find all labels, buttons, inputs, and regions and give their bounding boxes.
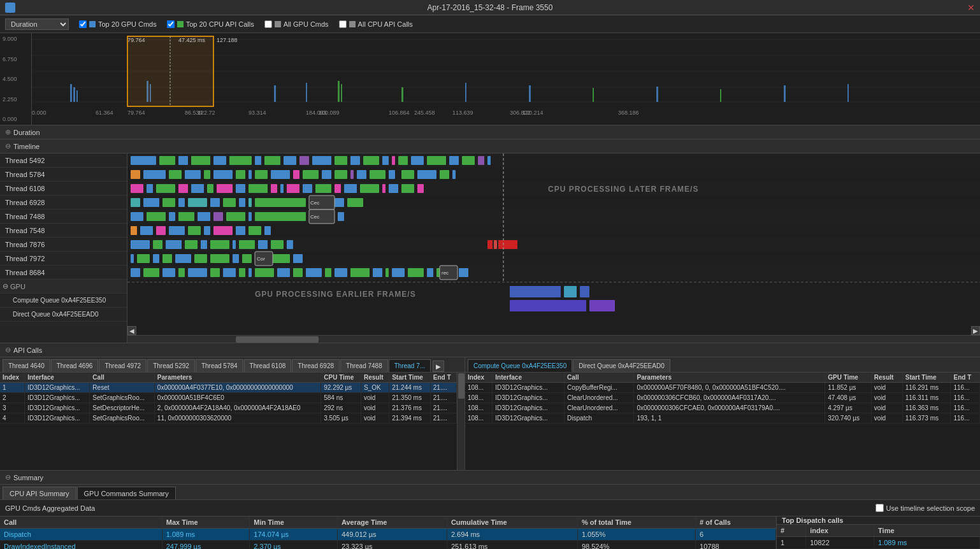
svg-rect-198 (335, 268, 347, 277)
gpu-row-4-interface[interactable]: ID3D12Graphics... (493, 413, 565, 424)
svg-rect-90 (389, 170, 395, 179)
thread-row-5784[interactable]: Thread 5784 (0, 168, 127, 182)
thread-row-8684[interactable]: Thread 8684 (0, 266, 127, 280)
timeline-scroll-left[interactable]: ◀ (127, 326, 136, 335)
svg-rect-102 (236, 184, 245, 193)
filter-all-gpu-checkbox[interactable] (264, 20, 272, 28)
api-calls-header[interactable]: ⊖ API Calls (0, 343, 980, 357)
api-row-2-interface[interactable]: ID3D12Graphics... (25, 393, 90, 403)
api-row-3[interactable]: 3 ID3D12Graphics... SetDescriptorHe... 2… (0, 403, 457, 413)
thread-row-7972[interactable]: Thread 7972 (0, 252, 127, 266)
thread-row-7876[interactable]: Thread 7876 (0, 238, 127, 252)
td-col-time: Time (874, 525, 980, 537)
tab-gpu-commands-summary[interactable]: GPU Commands Summary (77, 487, 176, 499)
gpu-row-4[interactable]: 108... ID3D12Graphics... Dispatch 193, 1… (465, 413, 980, 424)
gpu-row-2-interface[interactable]: ID3D12Graphics... (493, 393, 565, 403)
svg-rect-74 (143, 170, 166, 179)
gpu-row-4-gpu-time: 320.740 µs (825, 413, 872, 424)
tab-thread-5292[interactable]: Thread 5292 (147, 359, 195, 372)
cpu-api-scrollbar-thumb[interactable] (458, 373, 465, 399)
api-row-2[interactable]: 2 ID3D12Graphics... SetGraphicsRoo... 0x… (0, 393, 457, 403)
gpu-row-2-start: 116.311 ms (902, 393, 951, 403)
api-row-4-interface[interactable]: ID3D12Graphics... (25, 413, 90, 424)
sum-row-dispatch[interactable]: Dispatch 1.089 ms 174.074 µs 449.012 µs … (0, 529, 776, 541)
svg-text:79.764: 79.764 (127, 37, 145, 43)
gpu-row-1[interactable]: 108... ID3D12Graphics... CopyBufferRegi.… (465, 383, 980, 393)
tab-thread-5784[interactable]: Thread 5784 (196, 359, 243, 372)
api-row-1-interface[interactable]: ID3D12Graphics... (25, 383, 90, 393)
top-dispatch-table-scroll[interactable]: # index Time 1 10822 1.089 ms (777, 525, 980, 549)
timeline-scroll-right[interactable]: ▶ (971, 326, 980, 335)
timeline-scope-checkbox-area[interactable]: Use timeline selection scope (876, 504, 975, 512)
sum-row-drawindexed[interactable]: DrawIndexedInstanced 247.999 µs 2.370 µs… (0, 541, 776, 550)
thread-row-5492[interactable]: Thread 5492 (0, 153, 127, 168)
thread-row-6928[interactable]: Thread 6928 (0, 196, 127, 210)
summary-toolbar: GPU Cmds Aggregated Data Use timeline se… (0, 500, 980, 517)
summary-table-scroll[interactable]: Call Max Time Min Time Average Time Cumu… (0, 517, 776, 549)
filter-top-gpu-cmds[interactable]: Top 20 GPU Cmds (79, 20, 157, 28)
svg-rect-202 (392, 268, 405, 277)
timeline-scrollbar-thumb[interactable] (236, 336, 319, 343)
svg-rect-177 (233, 254, 239, 263)
api-row-2-end: 21.... (430, 393, 456, 403)
sum-row-drawindexed-avg: 23.323 µs (337, 541, 447, 550)
gpu-row-1-start: 116.291 ms (902, 383, 951, 393)
svg-rect-55 (229, 156, 252, 165)
tab-direct-queue[interactable]: Direct Queue 0xA4F25EEAD0 (573, 359, 670, 372)
api-row-3-end: 21.... (430, 403, 456, 413)
gpu-row-2[interactable]: 108... ID3D12Graphics... ClearUnordered.… (465, 393, 980, 403)
cpu-api-scrollbar[interactable] (457, 373, 465, 470)
svg-rect-62 (350, 156, 360, 165)
filter-top-cpu-checkbox[interactable] (167, 20, 175, 28)
gpu-group-header[interactable]: ⊖ GPU (0, 280, 127, 294)
thread-row-7548[interactable]: Thread 7548 (0, 224, 127, 238)
svg-rect-53 (191, 156, 210, 165)
tab-thread-4972[interactable]: Thread 4972 (99, 359, 147, 372)
tab-thread-7488[interactable]: Thread 7488 (340, 359, 388, 372)
cpu-api-table[interactable]: Index Interface Call Parameters CPU Time… (0, 373, 457, 470)
svg-rect-190 (223, 268, 236, 277)
duration-section-header[interactable]: ⊕ Duration (0, 125, 980, 139)
td-row-1[interactable]: 1 10822 1.089 ms (777, 537, 980, 549)
timeline-header[interactable]: ⊖ Timeline (0, 139, 980, 153)
api-row-4[interactable]: 4 ID3D12Graphics... SetGraphicsRoo... 11… (0, 413, 457, 424)
filter-all-cpu-api[interactable]: All CPU API Calls (339, 20, 413, 28)
filter-all-gpu-cmds[interactable]: All GPU Cmds (264, 20, 329, 28)
filter-dropdown[interactable]: Duration (5, 18, 69, 30)
direct-queue-row[interactable]: Direct Queue 0xA4F25EEAD0 (0, 308, 127, 322)
svg-rect-60 (312, 156, 331, 165)
tab-thread-6108[interactable]: Thread 6108 (244, 359, 292, 372)
filter-top-cpu-api[interactable]: Top 20 CPU API Calls (167, 20, 254, 28)
api-row-3-interface[interactable]: ID3D12Graphics... (25, 403, 90, 413)
sum-row-dispatch-pct: 1.055% (577, 529, 695, 541)
tab-thread-6928[interactable]: Thread 6928 (292, 359, 340, 372)
timeline-scope-checkbox[interactable] (876, 504, 884, 512)
thread-row-7488[interactable]: Thread 7488 (0, 210, 127, 224)
overview-chart[interactable]: 79.764 47.425 ms 127.188 79.764 86.539 9… (32, 33, 980, 125)
filter-top-gpu-cmds-checkbox[interactable] (79, 20, 87, 28)
svg-rect-85 (322, 170, 331, 179)
svg-rect-54 (213, 156, 226, 165)
tab-thread-4696[interactable]: Thread 4696 (51, 359, 99, 372)
gpu-row-3-interface[interactable]: ID3D12Graphics... (493, 403, 565, 413)
timeline-canvas[interactable]: Cec Cec (127, 153, 980, 343)
gpu-row-1-interface[interactable]: ID3D12Graphics... (493, 383, 565, 393)
filter-all-cpu-checkbox[interactable] (339, 20, 347, 28)
compute-queue-row[interactable]: Compute Queue 0xA4F25EE350 (0, 294, 127, 308)
close-button[interactable]: ✕ (967, 3, 975, 13)
thread-row-6108[interactable]: Thread 6108 (0, 182, 127, 196)
tab-thread-4640[interactable]: Thread 4640 (3, 359, 50, 372)
api-row-1[interactable]: 1 ID3D12Graphics... Reset 0x000000A4F037… (0, 383, 457, 393)
tab-compute-queue[interactable]: Compute Queue 0xA4F25EE350 (468, 359, 572, 372)
sum-row-dispatch-max: 1.089 ms (162, 529, 250, 541)
svg-rect-192 (249, 268, 252, 277)
timeline-scrollbar[interactable] (127, 335, 980, 343)
thread-tab-more-arrow[interactable]: ▶ (433, 360, 444, 372)
svg-rect-215 (510, 300, 586, 311)
gpu-api-table[interactable]: Index Interface Call Parameters GPU Time… (465, 373, 980, 470)
tab-thread-7-active[interactable]: Thread 7... (389, 359, 431, 372)
summary-section-header[interactable]: ⊖ Summary (0, 471, 980, 485)
gpu-row-3[interactable]: 108... ID3D12Graphics... ClearUnordered.… (465, 403, 980, 413)
tab-cpu-api-summary[interactable]: CPU API Summary (3, 487, 76, 499)
svg-rect-132 (131, 212, 143, 221)
